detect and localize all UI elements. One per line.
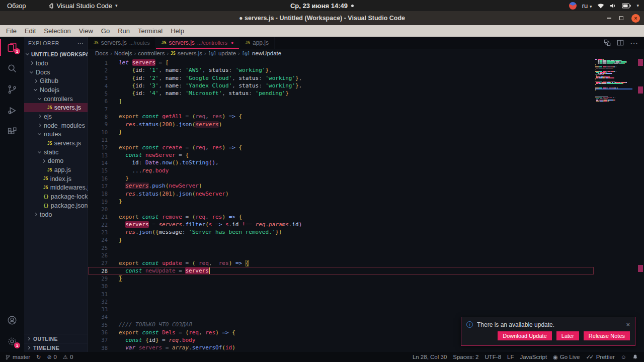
split-editor-icon[interactable] xyxy=(617,39,624,46)
code-line-18[interactable]: 18 res.status(201).json(newServer) xyxy=(88,190,594,198)
code-line-29[interactable]: 29} xyxy=(88,275,594,282)
code-line-10[interactable]: 10} xyxy=(88,128,594,136)
release-notes-button[interactable]: Release Notes xyxy=(584,331,630,340)
status-master[interactable]: master xyxy=(2,354,33,360)
tree-item-routes[interactable]: routes xyxy=(24,130,88,139)
code-line-30[interactable]: 30 xyxy=(88,283,594,290)
status-prettier[interactable]: ✓✓Prettier xyxy=(583,353,617,360)
tab-app.js[interactable]: JSapp.js xyxy=(239,37,275,49)
code-line-19[interactable]: 19} xyxy=(88,198,594,205)
code-line-33[interactable]: 33 xyxy=(88,306,594,313)
code-line-9[interactable]: 9 res.status(200).json(servers) xyxy=(88,121,594,128)
menu-view[interactable]: View xyxy=(75,25,97,37)
tree-item-todo[interactable]: todo xyxy=(24,210,88,219)
tree-item-static[interactable]: static xyxy=(24,148,88,157)
code-line-32[interactable]: 32 xyxy=(88,298,594,305)
code-line-11[interactable]: 11 xyxy=(88,136,594,143)
tree-item-middlewares.js[interactable]: JSmiddlewares.js xyxy=(24,184,88,193)
tree-item-demo[interactable]: demo xyxy=(24,157,88,166)
breadcrumb-Docs[interactable]: Docs xyxy=(95,50,108,56)
code-line-17[interactable]: 17 servers.push(newServer) xyxy=(88,182,594,190)
outline-section[interactable]: OUTLINE xyxy=(24,334,88,343)
minimap[interactable] xyxy=(595,59,632,102)
tree-item-app.js[interactable]: JSapp.js xyxy=(24,165,88,174)
keyboard-layout[interactable]: ru ▾ xyxy=(582,2,592,10)
code-line-16[interactable]: 16 } xyxy=(88,174,594,182)
screencast-indicator-icon[interactable] xyxy=(569,2,577,10)
tree-item-Github[interactable]: Github xyxy=(24,76,88,85)
tree-item-controllers[interactable]: controllers xyxy=(24,95,88,104)
notification-close-icon[interactable]: × xyxy=(626,321,630,328)
code-line-3[interactable]: 3 {id: '2', name: 'Google Cloud', status… xyxy=(88,74,594,82)
code-line-1[interactable]: 1let servers = [ xyxy=(88,59,594,66)
activity-explorer-button[interactable]: 1 xyxy=(0,37,24,58)
code-line-14[interactable]: 14 id: Date.now().toString(), xyxy=(88,159,594,166)
code-line-8[interactable]: 8export const getAll = (req, res) => { xyxy=(88,113,594,120)
app-menu[interactable]: Visual Studio Code ▾ xyxy=(47,2,118,10)
tree-item-package-lock.json[interactable]: {}package-lock.json xyxy=(24,192,88,201)
breadcrumb-Nodejs[interactable]: Nodejs xyxy=(114,50,132,56)
menu-help[interactable]: Help xyxy=(167,25,188,37)
battery-icon[interactable] xyxy=(622,3,631,9)
code-line-20[interactable]: 20 xyxy=(88,205,594,213)
tree-item-Nodejs[interactable]: Nodejs xyxy=(24,85,88,95)
editor-more-actions-icon[interactable]: ⋯ xyxy=(630,38,638,48)
workspace-root[interactable]: UNTITLED (WORKSPACE) xyxy=(24,49,88,59)
code-line-2[interactable]: 2 {id: '1', name: 'AWS', status: 'workin… xyxy=(88,66,594,74)
tree-item-index.js[interactable]: JSindex.js xyxy=(24,174,88,184)
volume-icon[interactable] xyxy=(610,3,616,9)
code-line-27[interactable]: 27export const update = ( req, res) => { xyxy=(88,259,594,267)
compare-changes-icon[interactable] xyxy=(604,39,611,46)
menu-go[interactable]: Go xyxy=(97,25,114,37)
status-spaces-2[interactable]: Spaces: 2 xyxy=(450,354,481,360)
activity-extensions-button[interactable] xyxy=(0,121,24,142)
code-line-4[interactable]: 4 {id: '3', name: 'Yandex Cloud', status… xyxy=(88,82,594,89)
code-line-5[interactable]: 5 {id: '4', name: 'Microsoft', status: '… xyxy=(88,89,594,97)
status-sync[interactable]: ↻ xyxy=(33,354,44,360)
breadcrumb-controllers[interactable]: controllers xyxy=(138,50,165,56)
account-button[interactable] xyxy=(0,310,24,331)
tab-servers.js[interactable]: JSservers.js.../controllers● xyxy=(156,37,240,49)
tree-item-node_modules[interactable]: node_modules xyxy=(24,121,88,130)
breadcrumb-servers.js[interactable]: JSservers.js xyxy=(171,50,202,56)
activities-button[interactable]: Обзор xyxy=(0,2,33,10)
status-bell[interactable] xyxy=(629,354,641,360)
menu-file[interactable]: File xyxy=(2,25,21,37)
code-line-24[interactable]: 24} xyxy=(88,236,594,244)
code-line-26[interactable]: 26 xyxy=(88,251,594,259)
menu-selection[interactable]: Selection xyxy=(40,25,74,37)
tree-item-ejs[interactable]: ejs xyxy=(24,112,88,121)
clock[interactable]: Ср, 23 июня 14:49 xyxy=(290,2,354,10)
minimize-button[interactable] xyxy=(607,18,611,19)
tree-item-todo[interactable]: todo xyxy=(24,59,88,68)
explorer-more-actions-icon[interactable]: ⋯ xyxy=(77,40,84,47)
activity-source-control-button[interactable] xyxy=(0,79,24,100)
tab-servers.js[interactable]: JSservers.js.../routes xyxy=(88,37,156,49)
menu-edit[interactable]: Edit xyxy=(21,25,40,37)
wifi-icon[interactable] xyxy=(597,3,604,9)
status-feedback[interactable]: ☺ xyxy=(618,354,629,360)
code-line-31[interactable]: 31 xyxy=(88,290,594,298)
download-update-button[interactable]: Download Update xyxy=(498,331,551,340)
code-line-23[interactable]: 23 res.json({message: 'Server has been r… xyxy=(88,228,594,236)
code-line-15[interactable]: 15 ...req.body xyxy=(88,167,594,174)
status-utf-8[interactable]: UTF-8 xyxy=(481,354,504,360)
status-0[interactable]: ⊘0 xyxy=(44,354,60,360)
tree-item-Docs[interactable]: Docs xyxy=(24,68,88,77)
status-javascript[interactable]: JavaScript xyxy=(517,354,550,360)
status-go-live[interactable]: ◉Go Live xyxy=(550,354,583,360)
dirty-dot-icon[interactable]: ● xyxy=(231,40,233,45)
activity-run-debug-button[interactable] xyxy=(0,100,24,121)
code-line-7[interactable]: 7 xyxy=(88,105,594,113)
code-line-6[interactable]: 6] xyxy=(88,98,594,105)
menu-terminal[interactable]: Terminal xyxy=(134,25,167,37)
code-line-12[interactable]: 12export const create = (req, res) => { xyxy=(88,144,594,151)
code-line-13[interactable]: 13 const newServer = { xyxy=(88,151,594,159)
timeline-section[interactable]: TIMELINE xyxy=(24,343,88,352)
system-menu-chevron-icon[interactable]: ▾ xyxy=(636,3,639,8)
tree-item-servers.js[interactable]: JSservers.js xyxy=(24,139,88,148)
status-0[interactable]: ⚠0 xyxy=(60,354,76,360)
breadcrumb-update[interactable]: [@]update xyxy=(208,50,236,56)
later-button[interactable]: Later xyxy=(556,331,579,340)
tree-item-package.json[interactable]: {}package.json xyxy=(24,201,88,210)
